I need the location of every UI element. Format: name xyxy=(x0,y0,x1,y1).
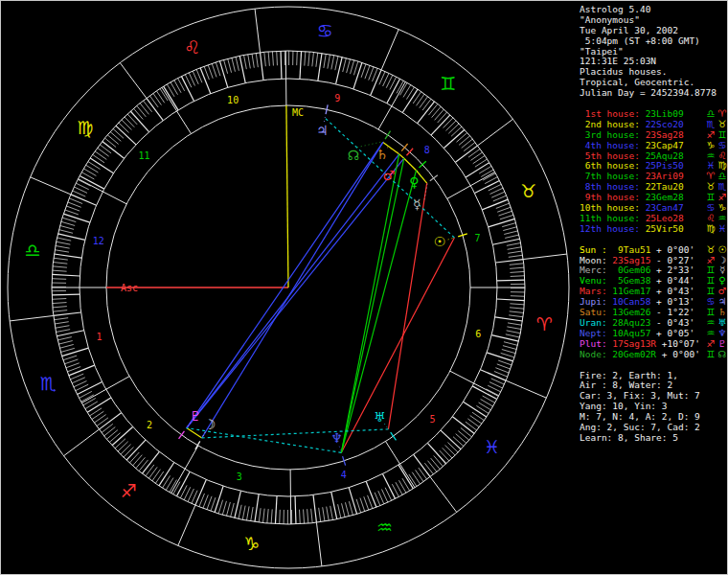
house-label: 4th house: xyxy=(580,141,646,151)
aspect-lines xyxy=(187,118,455,452)
planet-node-glyph: ☊ xyxy=(348,148,359,163)
planet-node-icon: ☊ xyxy=(717,350,728,360)
chart-info-block: "Anonymous"Tue April 30, 2002 5:04pm (ST… xyxy=(580,15,728,99)
planet-name: Sun : xyxy=(580,245,612,256)
planet-uran-glyph: ♅ xyxy=(374,409,386,425)
house-number: 10 xyxy=(227,95,239,105)
planet-venu-glyph: ♀ xyxy=(409,174,419,190)
spacer xyxy=(684,109,705,120)
zodiac-can-icon: ♋ xyxy=(717,141,728,151)
spacer xyxy=(684,182,705,193)
house-number: 3 xyxy=(237,472,242,482)
planet-row: Plut: 17Sag13R +10°07'♐♇ xyxy=(580,339,728,350)
house-cusp-value: 25Vir50 xyxy=(646,224,684,235)
spacer xyxy=(694,297,705,308)
statistics-block: Fire: 2, Earth: 1,Air : 8, Water: 2Car: … xyxy=(580,371,728,444)
house-cusp-value: 23Cap47 xyxy=(646,141,684,151)
spacer xyxy=(684,193,705,203)
spacer xyxy=(684,203,705,214)
planet-row: Sun : 9Tau51 + 0°00'♉☉ xyxy=(580,245,728,256)
planet-name: Node: xyxy=(580,350,612,360)
zodiac-pis-glyph: ♓ xyxy=(484,436,500,457)
stat-line: Learn: 8, Share: 5 xyxy=(580,433,728,444)
spacer xyxy=(684,120,705,130)
zodiac-cap-icon: ♑ xyxy=(705,141,717,151)
house-cusp-row: 4th house: 23Cap47♑♋ xyxy=(580,141,728,151)
zodiac-ari-glyph: ♈ xyxy=(536,313,553,334)
zodiac-cap-glyph: ♑ xyxy=(243,533,260,554)
zodiac-vir-icon: ♍ xyxy=(705,224,717,235)
planet-row: Node: 20Gem02R + 0°00'♊☊ xyxy=(580,350,728,360)
spacer xyxy=(694,318,705,329)
zodiac-tau-icon: ♉ xyxy=(705,245,717,256)
planet-latitude: + 0°00' xyxy=(656,350,700,360)
planet-sun-icon: ☉ xyxy=(717,245,728,256)
house-number: 4 xyxy=(341,470,347,480)
planet-moon-glyph: ☽ xyxy=(203,417,216,432)
spacer xyxy=(694,287,705,297)
chart-info-line: Julian Day = 2452394.8778 xyxy=(580,88,728,99)
spacer xyxy=(684,224,705,235)
spacer xyxy=(694,245,705,256)
planet-latitude: +10°07' xyxy=(656,339,700,350)
planet-position: 9Tau51 xyxy=(612,245,650,256)
planet-satu-glyph: ♄ xyxy=(376,147,389,162)
house-label: 12th house: xyxy=(580,224,646,235)
planet-plut-icon: ♇ xyxy=(717,339,728,350)
planet-position: 20Gem02R xyxy=(612,350,656,360)
zodiac-sag-glyph: ♐ xyxy=(121,480,137,501)
planet-position-list: Sun : 9Tau51 + 0°00'♉☉Moon: 23Sag15 - 0°… xyxy=(580,245,728,360)
house-number: 1 xyxy=(97,332,102,342)
house-number: 12 xyxy=(93,236,104,246)
spacer xyxy=(684,151,705,162)
planet-plut-glyph: ♇ xyxy=(190,408,202,424)
spacer xyxy=(684,214,705,224)
zodiac-sco-glyph: ♏ xyxy=(40,373,57,394)
spacer xyxy=(694,256,705,266)
spacer xyxy=(684,161,705,172)
house-cusp-row: 12th house: 25Vir50♍♓ xyxy=(580,224,728,235)
astrolog-window: ♈♉♊♋♌♍♎♏♐♑♒♓ 123456789101112MCAsc ☉☽☿♀♂♃… xyxy=(0,0,728,575)
house-number: 8 xyxy=(424,145,430,155)
zodiac-aqu-glyph: ♒ xyxy=(376,517,393,538)
natal-chart-wheel: ♈♉♊♋♌♍♎♏♐♑♒♓ 123456789101112MCAsc ☉☽☿♀♂♃… xyxy=(1,1,578,574)
zodiac-tau-glyph: ♉ xyxy=(520,180,536,201)
house-cusp-ring: 123456789101112MCAsc xyxy=(52,51,525,524)
angle-label-mc: MC xyxy=(292,107,304,118)
house-number: 7 xyxy=(474,233,480,243)
info-sidebar: Astrolog 5.40 "Anonymous"Tue April 30, 2… xyxy=(577,5,728,444)
planet-position: 17Sag13R xyxy=(612,339,656,350)
house-number: 6 xyxy=(475,329,481,339)
zodiac-gem-glyph: ♊ xyxy=(440,73,456,94)
spacer xyxy=(684,141,705,151)
planet-nept-glyph: ♆ xyxy=(330,430,343,446)
zodiac-gem-icon: ♊ xyxy=(705,350,717,360)
spacer xyxy=(694,308,705,318)
house-number: 11 xyxy=(139,150,150,161)
spacer xyxy=(694,276,705,287)
spacer xyxy=(684,172,705,182)
planet-merc-glyph: ☿ xyxy=(413,196,421,212)
planet-name: Plut: xyxy=(580,339,612,350)
zodiac-lib-glyph: ♎ xyxy=(24,240,40,261)
house-number: 9 xyxy=(334,93,340,104)
spacer xyxy=(580,360,728,371)
planet-mars-glyph: ♂ xyxy=(383,168,396,183)
spacer xyxy=(684,130,705,141)
house-cusp-list: 1st house: 23Lib09♎♈ 2nd house: 22Sco20♏… xyxy=(580,109,728,235)
zodiac-vir-glyph: ♍ xyxy=(77,117,93,138)
planet-glyph-layer: ☉☽☿♀♂♃♄♅♆♇☊ xyxy=(179,104,467,465)
planet-jupi-glyph: ♃ xyxy=(316,123,329,138)
house-number: 5 xyxy=(429,414,435,425)
chart-info-line: 5:04pm (ST +8:00 GMT) xyxy=(580,36,728,47)
planet-latitude: + 0°00' xyxy=(650,245,694,256)
spacer xyxy=(694,265,705,276)
angle-label-asc: Asc xyxy=(121,283,138,293)
zodiac-sag-icon: ♐ xyxy=(705,339,717,350)
zodiac-can-glyph: ♋ xyxy=(317,20,333,41)
zodiac-pis-icon: ♓ xyxy=(717,224,728,235)
planet-sun-glyph: ☉ xyxy=(434,234,446,249)
house-number: 2 xyxy=(147,420,152,430)
zodiac-leo-glyph: ♌ xyxy=(184,36,200,58)
